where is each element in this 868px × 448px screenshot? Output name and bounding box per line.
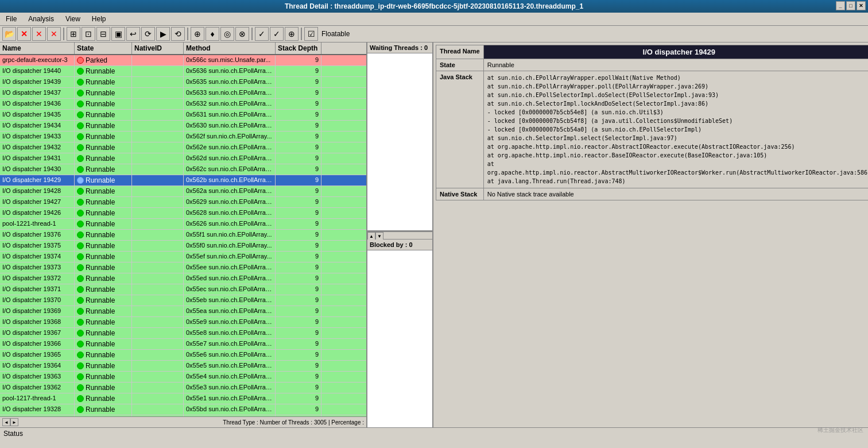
table-row[interactable]: I/O dispatcher 19372 Runnable 0x55ed sun… (0, 273, 366, 284)
td-name: I/O dispatcher 19366 (0, 339, 75, 349)
td-stackdepth: 9 (276, 393, 321, 404)
col-name[interactable]: Name (0, 43, 75, 54)
table-row[interactable]: I/O dispatcher 19427 Runnable 0x5629 sun… (0, 197, 366, 208)
state-icon (77, 362, 84, 369)
toolbar-export-btn[interactable]: ⊕ (285, 27, 299, 41)
toolbar-reload-btn[interactable]: ⟲ (171, 27, 185, 41)
menu-file[interactable]: File (2, 14, 20, 24)
up-scroll[interactable]: ▲ (367, 232, 375, 240)
table-row[interactable]: I/O dispatcher 19374 Runnable 0x55ef sun… (0, 252, 366, 262)
td-nativeid (132, 383, 184, 393)
java-stack-content: at sun.nio.ch.EPollArrayWrapper.epollWai… (487, 74, 868, 186)
table-row[interactable]: I/O dispatcher 19435 Runnable 0x5631 sun… (0, 110, 366, 121)
toolbar-play-btn[interactable]: ▶ (156, 27, 170, 41)
minimize-button[interactable]: _ (836, 1, 845, 10)
table-row[interactable]: I/O dispatcher 19370 Runnable 0x55eb sun… (0, 295, 366, 306)
toolbar-block-btn[interactable]: ⊗ (235, 27, 249, 41)
table-row[interactable]: I/O dispatcher 19371 Runnable 0x55ec sun… (0, 284, 366, 295)
td-extra (321, 186, 332, 196)
td-state: Runnable (75, 132, 132, 142)
java-stack-label-cell: Java Stack (436, 71, 484, 188)
state-text: Runnable (86, 307, 115, 315)
table-row[interactable]: I/O dispatcher 19365 Runnable 0x55e6 sun… (0, 350, 366, 361)
toolbar-gem-btn[interactable]: ♦ (206, 27, 219, 41)
toolbar-checkbox-btn[interactable]: ☑ (304, 27, 318, 41)
table-row[interactable]: I/O dispatcher 19429 Runnable 0x562b sun… (0, 175, 366, 186)
toolbar-add-btn[interactable]: ⊕ (191, 27, 204, 41)
table-row[interactable]: I/O dispatcher 19373 Runnable 0x55ee sun… (0, 262, 366, 273)
toolbar-frame-btn[interactable]: ▣ (111, 27, 125, 41)
close-button[interactable]: ✕ (857, 1, 866, 10)
table-row[interactable]: I/O dispatcher 19375 Runnable 0x55f0 sun… (0, 241, 366, 252)
toolbar-copy-btn[interactable]: ⊞ (67, 27, 80, 41)
col-method[interactable]: Method (184, 43, 276, 54)
td-nativeid (132, 361, 184, 371)
toolbar-cancel-btn[interactable]: ✕ (32, 27, 46, 41)
col-nativeid[interactable]: NativeID (132, 43, 184, 54)
toolbar-paste-btn[interactable]: ⊡ (82, 27, 95, 41)
table-row[interactable]: I/O dispatcher 19362 Runnable 0x55e3 sun… (0, 383, 366, 393)
table-row[interactable]: I/O dispatcher 19428 Runnable 0x562a sun… (0, 186, 366, 197)
td-nativeid (132, 404, 184, 415)
table-row[interactable]: grpc-default-executor-3 Parked 0x566c su… (0, 55, 366, 66)
table-row[interactable]: pool-1217-thread-1 Runnable 0x55e1 sun.n… (0, 393, 366, 404)
right-nav-arrow[interactable]: ► (10, 418, 18, 426)
table-row[interactable]: I/O dispatcher 19366 Runnable 0x55e7 sun… (0, 339, 366, 350)
td-stackdepth: 9 (276, 66, 321, 76)
table-row[interactable]: I/O dispatcher 19368 Runnable 0x55e9 sun… (0, 317, 366, 328)
table-row[interactable]: I/O dispatcher 19432 Runnable 0x562e sun… (0, 142, 366, 153)
state-text: Runnable (86, 231, 115, 239)
td-stackdepth: 9 (276, 175, 321, 186)
table-row[interactable]: I/O dispatcher 19426 Runnable 0x5628 sun… (0, 208, 366, 219)
table-row[interactable]: I/O dispatcher 19439 Runnable 0x5635 sun… (0, 77, 366, 88)
td-nativeid (132, 284, 184, 295)
menu-help[interactable]: Help (88, 14, 110, 24)
td-nativeid (132, 295, 184, 306)
state-icon (77, 122, 84, 129)
table-row[interactable]: I/O dispatcher 19367 Runnable 0x55e8 sun… (0, 328, 366, 339)
toolbar-x-btn[interactable]: ✕ (47, 27, 61, 41)
toolbar-sync-btn[interactable]: ⟳ (141, 27, 155, 41)
table-row[interactable]: I/O dispatcher 19433 Runnable 0x562f sun… (0, 132, 366, 142)
state-icon (77, 79, 84, 86)
td-method: 0x55ea sun.nio.ch.EPollArray... (184, 306, 276, 316)
maximize-button[interactable]: □ (846, 1, 855, 10)
footer-info: Thread Type : Number of Threads : 3005 |… (223, 419, 364, 426)
down-scroll[interactable]: ▼ (375, 232, 383, 240)
state-text: Runnable (86, 187, 115, 195)
table-body[interactable]: grpc-default-executor-3 Parked 0x566c su… (0, 55, 366, 416)
toolbar-ring-btn[interactable]: ◎ (220, 27, 234, 41)
table-row[interactable]: I/O dispatcher 19431 Runnable 0x562d sun… (0, 153, 366, 164)
col-state[interactable]: State (75, 43, 132, 54)
td-method: 0x5626 sun.nio.ch.EPollArray... (184, 219, 276, 229)
state-text: Runnable (86, 405, 115, 414)
td-state: Runnable (75, 99, 132, 109)
table-row[interactable]: I/O dispatcher 19430 Runnable 0x562c sun… (0, 164, 366, 175)
td-method: 0x562c sun.nio.ch.EPollArray... (184, 164, 276, 175)
toolbar-check-btn[interactable]: ✓ (255, 27, 269, 41)
table-row[interactable]: I/O dispatcher 19376 Runnable 0x55f1 sun… (0, 230, 366, 241)
floatable-label: Floatable (319, 30, 352, 38)
toolbar-stop-btn[interactable]: ✕ (17, 27, 31, 41)
toolbar-refresh-btn[interactable]: ↩ (126, 27, 140, 41)
td-method: 0x562b sun.nio.ch.EPollArray... (184, 175, 276, 186)
menu-view[interactable]: View (62, 14, 84, 24)
toolbar-ok-btn[interactable]: ✓ (270, 27, 284, 41)
table-row[interactable]: I/O dispatcher 19436 Runnable 0x5632 sun… (0, 99, 366, 110)
main-content: Name State NativeID Method Stack Depth g… (0, 43, 868, 427)
table-row[interactable]: I/O dispatcher 19364 Runnable 0x55e5 sun… (0, 361, 366, 372)
col-stackdepth[interactable]: Stack Depth (276, 43, 321, 54)
td-name: I/O dispatcher 19371 (0, 284, 75, 295)
menu-analysis[interactable]: Analysis (25, 14, 57, 24)
toolbar-open-btn[interactable]: 📂 (2, 27, 16, 41)
table-row[interactable]: I/O dispatcher 19363 Runnable 0x55e4 sun… (0, 372, 366, 383)
table-row[interactable]: I/O dispatcher 19369 Runnable 0x55ea sun… (0, 306, 366, 317)
state-text: Runnable (86, 318, 115, 326)
table-row[interactable]: I/O dispatcher 19437 Runnable 0x5633 sun… (0, 88, 366, 99)
table-row[interactable]: I/O dispatcher 19434 Runnable 0x5630 sun… (0, 121, 366, 132)
left-nav-arrow[interactable]: ◄ (2, 418, 10, 426)
table-row[interactable]: pool-1221-thread-1 Runnable 0x5626 sun.n… (0, 219, 366, 230)
toolbar-delete-btn[interactable]: ⊟ (96, 27, 110, 41)
table-row[interactable]: I/O dispatcher 19328 Runnable 0x55bd sun… (0, 404, 366, 415)
table-row[interactable]: I/O dispatcher 19440 Runnable 0x5636 sun… (0, 66, 366, 77)
